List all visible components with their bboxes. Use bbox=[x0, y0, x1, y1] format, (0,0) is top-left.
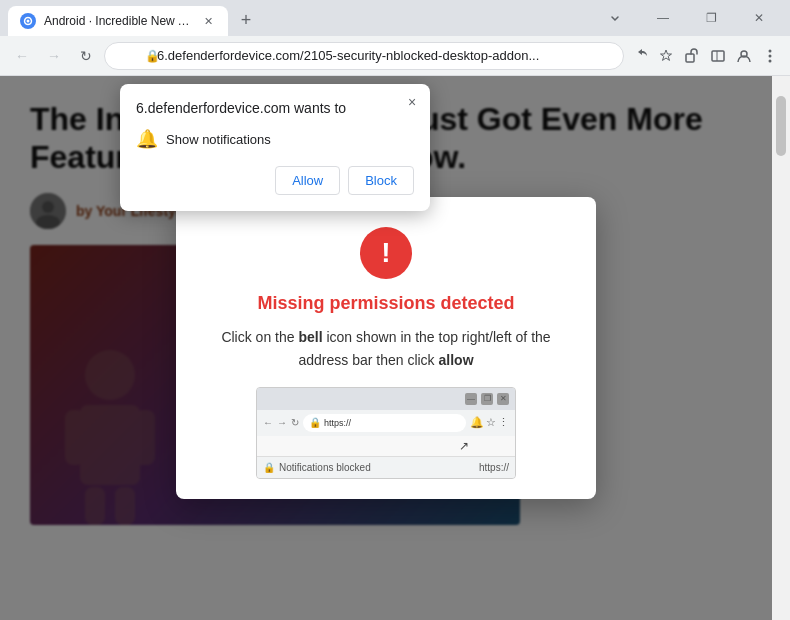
mini-minimize-button: — bbox=[465, 393, 477, 405]
new-tab-button[interactable]: + bbox=[232, 6, 260, 34]
warning-icon: ! bbox=[360, 227, 412, 279]
notification-popup: × 6.defenderfordevice.com wants to 🔔 Sho… bbox=[120, 84, 430, 211]
url-text: 6.defenderfordevice.com/2105-security-nb… bbox=[137, 48, 539, 63]
window-controls: — ❐ ✕ bbox=[592, 2, 782, 34]
close-button[interactable]: ✕ bbox=[736, 2, 782, 34]
mini-cursor-area: ↗ bbox=[257, 436, 515, 456]
star-icon[interactable] bbox=[654, 44, 678, 68]
modal-title: Missing permissions detected bbox=[257, 293, 514, 314]
modal-body: Click on the bell icon shown in the top … bbox=[221, 326, 550, 371]
warning-exclamation: ! bbox=[381, 239, 390, 267]
mini-notification-lock: 🔒 bbox=[263, 462, 275, 473]
mini-cursor-icon: ↗ bbox=[459, 439, 469, 453]
page-content: The Incredible App That Just Got Even Mo… bbox=[0, 76, 790, 620]
forward-button[interactable]: → bbox=[40, 42, 68, 70]
share-icon[interactable] bbox=[628, 44, 652, 68]
modal-body-bold1: bell bbox=[298, 329, 322, 345]
mini-notification-bar: 🔒 Notifications blocked https:// bbox=[257, 456, 515, 478]
popup-buttons: Allow Block bbox=[136, 166, 414, 195]
allow-button[interactable]: Allow bbox=[275, 166, 340, 195]
mini-back-icon: ← bbox=[263, 417, 273, 428]
popup-title: 6.defenderfordevice.com wants to bbox=[136, 100, 414, 116]
back-button[interactable]: ← bbox=[8, 42, 36, 70]
tab-bar: Android · Incredible New App · ✕ + bbox=[8, 0, 588, 36]
popup-permission-row: 🔔 Show notifications bbox=[136, 128, 414, 150]
maximize-button[interactable]: ❐ bbox=[688, 2, 734, 34]
profile-icon[interactable] bbox=[732, 44, 756, 68]
modal-body-text3: address bar then click bbox=[298, 352, 438, 368]
block-button[interactable]: Block bbox=[348, 166, 414, 195]
mini-close-button: ✕ bbox=[497, 393, 509, 405]
mini-url-text: https:// bbox=[324, 418, 351, 428]
sidebar-icon[interactable] bbox=[706, 44, 730, 68]
mini-refresh-icon: ↻ bbox=[291, 417, 299, 428]
modal-body-text2: icon shown in the top right/left of the bbox=[323, 329, 551, 345]
mini-menu-button: ⋮ bbox=[498, 416, 509, 429]
mini-toolbar: ← → ↻ 🔒 https:// 🔔 ☆ ⋮ bbox=[257, 410, 515, 436]
window-expand-icon[interactable] bbox=[592, 2, 638, 34]
popup-close-button[interactable]: × bbox=[402, 92, 422, 112]
modal-body-bold2: allow bbox=[439, 352, 474, 368]
tab-close-button[interactable]: ✕ bbox=[200, 13, 216, 29]
svg-point-7 bbox=[769, 54, 772, 57]
mini-notification-text: Notifications blocked bbox=[279, 462, 371, 473]
address-bar-actions bbox=[628, 44, 782, 68]
mini-star-button: ☆ bbox=[486, 416, 496, 429]
permission-text: Show notifications bbox=[166, 132, 271, 147]
mini-address-icons: 🔔 ☆ ⋮ bbox=[470, 416, 509, 429]
browser-tab[interactable]: Android · Incredible New App · ✕ bbox=[8, 6, 228, 36]
minimize-button[interactable]: — bbox=[640, 2, 686, 34]
scroll-thumb[interactable] bbox=[776, 96, 786, 156]
lock-icon: 🔒 bbox=[145, 49, 160, 63]
mini-browser-screenshot: — ❐ ✕ ← → ↻ 🔒 https:// 🔔 bbox=[256, 387, 516, 479]
mini-forward-icon: → bbox=[277, 417, 287, 428]
mini-bell-button: 🔔 bbox=[470, 416, 484, 429]
tab-favicon bbox=[20, 13, 36, 29]
svg-point-1 bbox=[27, 20, 30, 23]
tab-title: Android · Incredible New App · bbox=[44, 14, 192, 28]
scrollbar[interactable] bbox=[772, 76, 790, 620]
svg-rect-2 bbox=[686, 54, 694, 62]
mini-lock-icon: 🔒 bbox=[309, 417, 321, 428]
address-input[interactable]: 🔒 6.defenderfordevice.com/2105-security-… bbox=[104, 42, 624, 70]
menu-icon[interactable] bbox=[758, 44, 782, 68]
svg-point-8 bbox=[769, 59, 772, 62]
chrome-browser-window: Android · Incredible New App · ✕ + — ❐ ✕… bbox=[0, 0, 790, 620]
address-bar: ← → ↻ 🔒 6.defenderfordevice.com/2105-sec… bbox=[0, 36, 790, 76]
mini-titlebar: — ❐ ✕ bbox=[257, 388, 515, 410]
mini-address-bar: 🔒 https:// bbox=[303, 414, 466, 432]
extensions-icon[interactable] bbox=[680, 44, 704, 68]
svg-rect-3 bbox=[712, 51, 724, 61]
title-bar: Android · Incredible New App · ✕ + — ❐ ✕ bbox=[0, 0, 790, 36]
refresh-button[interactable]: ↻ bbox=[72, 42, 100, 70]
svg-point-6 bbox=[769, 49, 772, 52]
mini-maximize-button: ❐ bbox=[481, 393, 493, 405]
modal-body-text1: Click on the bbox=[221, 329, 298, 345]
mini-https-text: https:// bbox=[479, 462, 509, 473]
bell-icon: 🔔 bbox=[136, 128, 158, 150]
missing-permissions-modal: ! Missing permissions detected Click on … bbox=[176, 197, 596, 499]
